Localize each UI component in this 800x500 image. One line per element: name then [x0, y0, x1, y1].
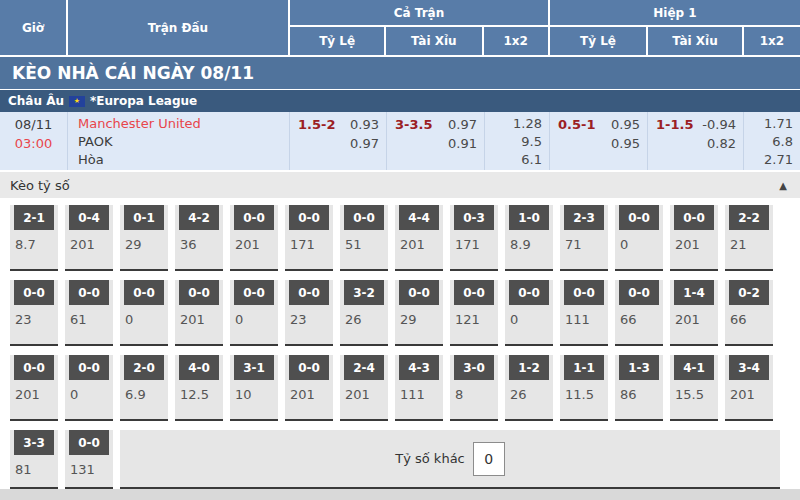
score-tile[interactable]: 0-029 [395, 280, 443, 346]
half-over-under-cell[interactable]: 1-1.5 -0.94 0.82 [648, 112, 744, 170]
score-tile[interactable]: 0-0171 [285, 205, 333, 271]
match-teams-cell: Manchester United PAOK Hòa [68, 112, 290, 170]
score-tile[interactable]: 0-066 [615, 280, 663, 346]
full-handicap-odds-away[interactable]: 0.97 [350, 134, 379, 153]
score-tile[interactable]: 0-0121 [450, 280, 498, 346]
half-under-odds[interactable]: 0.82 [702, 134, 736, 153]
score-tile[interactable]: 1-226 [505, 355, 553, 421]
half-1x2-draw[interactable]: 2.71 [744, 151, 793, 169]
score-odds: 12.5 [175, 380, 223, 402]
score-odds: 6.9 [120, 380, 168, 402]
score-label: 0-0 [289, 355, 329, 380]
score-tile[interactable]: 2-371 [560, 205, 608, 271]
score-tile[interactable]: 0-3171 [450, 205, 498, 271]
half-handicap-odds-away[interactable]: 0.95 [611, 134, 640, 153]
score-tile[interactable]: 3-110 [230, 355, 278, 421]
score-odds: 86 [615, 380, 663, 402]
half-1x2-cell[interactable]: 1.71 6.8 2.71 [744, 112, 800, 170]
score-tile[interactable]: 1-111.5 [560, 355, 608, 421]
away-team[interactable]: PAOK [78, 133, 289, 151]
full-1x2-cell[interactable]: 1.28 9.5 6.1 [485, 112, 550, 170]
score-tile[interactable]: 0-0111 [560, 280, 608, 346]
score-tile[interactable]: 3-381 [10, 430, 58, 489]
score-tile[interactable]: 0-00 [505, 280, 553, 346]
score-tile[interactable]: 0-129 [120, 205, 168, 271]
score-tile[interactable]: 1-386 [615, 355, 663, 421]
score-odds: 29 [120, 230, 168, 252]
score-tile[interactable]: 0-023 [285, 280, 333, 346]
score-tile[interactable]: 0-0201 [10, 355, 58, 421]
home-team[interactable]: Manchester United [78, 115, 289, 133]
score-tile[interactable]: 0-051 [340, 205, 388, 271]
score-tile[interactable]: 4-3111 [395, 355, 443, 421]
score-odds: 0 [615, 230, 663, 252]
collapse-triangle-icon[interactable]: ▲ [779, 180, 787, 191]
score-tile[interactable]: 3-4201 [725, 355, 773, 421]
score-tile[interactable]: 2-18.7 [10, 205, 58, 271]
score-label: 3-4 [729, 355, 769, 380]
half-handicap-odds-home[interactable]: 0.95 [611, 115, 640, 134]
full-1x2-draw[interactable]: 6.1 [485, 151, 542, 169]
full-1x2-away[interactable]: 9.5 [485, 133, 542, 151]
score-odds: 11.5 [560, 380, 608, 402]
half-1x2-home[interactable]: 1.71 [744, 115, 793, 133]
score-tile[interactable]: 4-236 [175, 205, 223, 271]
score-tile[interactable]: 4-4201 [395, 205, 443, 271]
bottom-strip [0, 489, 800, 500]
league-name[interactable]: *Europa League [90, 94, 197, 108]
score-tile[interactable]: 0-0201 [285, 355, 333, 421]
score-label: 0-0 [14, 355, 54, 380]
score-tile[interactable]: 4-115.5 [670, 355, 718, 421]
score-tile[interactable]: 0-00 [120, 280, 168, 346]
full-under-odds[interactable]: 0.91 [448, 134, 477, 153]
full-handicap-cell[interactable]: 1.5-2 0.93 0.97 [290, 112, 387, 170]
score-odds: 61 [65, 305, 113, 327]
score-label: 2-4 [344, 355, 384, 380]
score-tile[interactable]: 4-012.5 [175, 355, 223, 421]
score-tile[interactable]: 0-023 [10, 280, 58, 346]
full-over-odds[interactable]: 0.97 [448, 115, 477, 134]
score-label: 4-3 [399, 355, 439, 380]
score-odds: 201 [725, 380, 773, 402]
full-handicap-line: 1.5-2 [298, 115, 335, 170]
score-tile[interactable]: 0-0201 [175, 280, 223, 346]
score-odds: 0 [230, 305, 278, 327]
score-tile[interactable]: 0-00 [615, 205, 663, 271]
score-tile[interactable]: 0-266 [725, 280, 773, 346]
score-tile[interactable]: 2-06.9 [120, 355, 168, 421]
col-match: Trận Đấu [68, 0, 290, 55]
score-tile[interactable]: 0-00 [65, 355, 113, 421]
score-odds: 171 [450, 230, 498, 252]
score-odds: 121 [450, 305, 498, 327]
score-tile[interactable]: 0-061 [65, 280, 113, 346]
full-1x2-home[interactable]: 1.28 [485, 115, 542, 133]
score-odds: 15.5 [670, 380, 718, 402]
score-tile[interactable]: 1-08.9 [505, 205, 553, 271]
score-tile[interactable]: 0-4201 [65, 205, 113, 271]
full-over-under-cell[interactable]: 3-3.5 0.97 0.91 [387, 112, 485, 170]
score-tile[interactable]: 3-08 [450, 355, 498, 421]
match-kickoff-time: 03:00 [0, 134, 67, 153]
half-1x2-away[interactable]: 6.8 [744, 133, 793, 151]
score-odds: 8 [450, 380, 498, 402]
col-full-ratio: Tỷ Lệ [290, 27, 386, 55]
score-label: 4-4 [399, 205, 439, 230]
other-score-input[interactable]: 0 [473, 442, 505, 476]
score-odds: 29 [395, 305, 443, 327]
score-tile[interactable]: 2-221 [725, 205, 773, 271]
half-handicap-cell[interactable]: 0.5-1 0.95 0.95 [550, 112, 648, 170]
score-tile[interactable]: 1-4201 [670, 280, 718, 346]
score-tile[interactable]: 2-4201 [340, 355, 388, 421]
score-row: 0-02010-002-06.94-012.53-1100-02012-4201… [10, 355, 800, 421]
score-label: 0-3 [454, 205, 494, 230]
score-label: 2-0 [124, 355, 164, 380]
score-tile[interactable]: 3-226 [340, 280, 388, 346]
score-tile[interactable]: 0-00 [230, 280, 278, 346]
half-over-odds[interactable]: -0.94 [702, 115, 736, 134]
score-tile[interactable]: 0-0201 [230, 205, 278, 271]
full-handicap-odds-home[interactable]: 0.93 [350, 115, 379, 134]
score-tile[interactable]: 0-0201 [670, 205, 718, 271]
score-label: 1-3 [619, 355, 659, 380]
score-tile[interactable]: 0-0131 [65, 430, 113, 489]
correct-score-grid: 2-18.70-42010-1294-2360-02010-01710-0514… [0, 198, 800, 489]
